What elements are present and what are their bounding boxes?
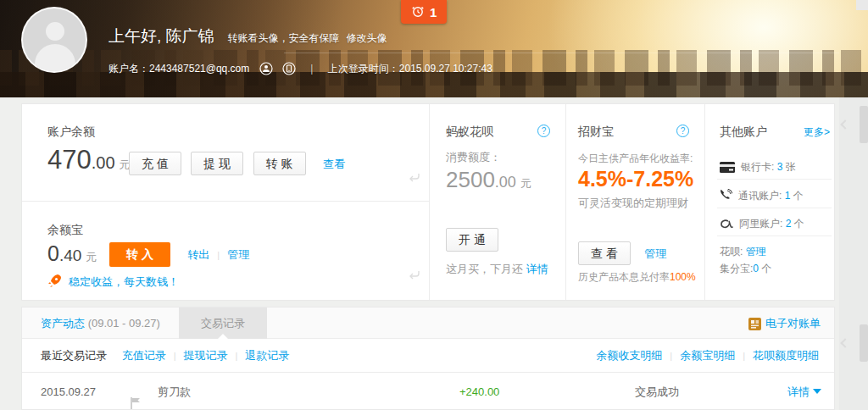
balance-title: 账户余额 bbox=[47, 125, 95, 140]
zhaocaibao-view-button[interactable]: 查 看 bbox=[578, 241, 631, 265]
header-divider bbox=[284, 53, 839, 53]
balance-view-link[interactable]: 查看 bbox=[323, 158, 345, 170]
telecom-label: 通讯账户: bbox=[738, 190, 782, 202]
profile-icon[interactable] bbox=[259, 62, 273, 78]
zhaocaibao-history-label: 历史产品本息兑付率 bbox=[578, 271, 670, 283]
yuebao-unit: 元 bbox=[86, 251, 97, 263]
header-banner: 上午好, 陈广锦转账看头像，安全有保障修改头像 账户名：2443487521@q… bbox=[0, 0, 868, 97]
tab-asset-activity[interactable]: 资产动态 (09.01 - 09.27) bbox=[41, 316, 160, 331]
last-login-label: 上次登录时间： bbox=[328, 63, 399, 75]
records-left-links: 最近交易记录 充值记录提现记录退款记录 bbox=[41, 339, 289, 373]
yuebao-slogan[interactable]: 稳定收益，每天数钱！ bbox=[69, 275, 179, 288]
huabei-desc-row: 这月买，下月还 详情 bbox=[446, 262, 548, 277]
ali-account-row[interactable]: 阿里账户: 2 个 bbox=[720, 217, 838, 232]
ali-account-unit: 个 bbox=[794, 218, 804, 230]
last-login-time: 2015.09.27 10:27:43 bbox=[399, 63, 492, 75]
transfer-out-link[interactable]: 转出 bbox=[187, 248, 209, 261]
jifenbao-unit: 个 bbox=[761, 263, 771, 274]
huabei-open-row: 开 通 bbox=[446, 228, 498, 252]
withdraw-records-link[interactable]: 提现记录 bbox=[183, 349, 227, 362]
help-icon[interactable] bbox=[537, 125, 550, 137]
notification-badge[interactable]: 1 bbox=[401, 0, 447, 24]
ali-account-label: 阿里账户: bbox=[739, 218, 782, 230]
records-header-row: 最近交易记录 充值记录提现记录退款记录 余额收支明细余额宝明细花呗额度明细 bbox=[22, 339, 834, 373]
yuebao-actions: 转 入 转出管理 bbox=[109, 242, 249, 267]
greeting-row: 上午好, 陈广锦转账看头像，安全有保障修改头像 bbox=[108, 25, 387, 47]
jifenbao-label: 集分宝: bbox=[720, 263, 753, 274]
column-divider bbox=[429, 104, 430, 300]
yuebao-manage-link[interactable]: 管理 bbox=[227, 248, 249, 261]
zhaocaibao-title: 招财宝 bbox=[578, 125, 614, 140]
bank-card-row[interactable]: 银行卡: 3 张 bbox=[720, 160, 838, 175]
alipay-account-page: 上午好, 陈广锦转账看头像，安全有保障修改头像 账户名：2443487521@q… bbox=[0, 0, 868, 410]
column-divider bbox=[565, 104, 566, 300]
link-separator bbox=[227, 349, 245, 362]
side-widget-bottom[interactable] bbox=[860, 324, 868, 362]
huabei-desc: 这月买，下月还 bbox=[446, 263, 523, 275]
greeting-text: 上午好, 陈广锦 bbox=[108, 27, 214, 45]
bank-card-label: 银行卡: bbox=[741, 161, 774, 173]
refund-records-link[interactable]: 退款记录 bbox=[245, 349, 289, 362]
huabei-detail-link[interactable]: 详情 bbox=[526, 263, 548, 275]
alarm-clock-icon bbox=[411, 4, 425, 20]
link-separator bbox=[166, 349, 184, 362]
yuebao-amount-row: 0.40元 bbox=[47, 241, 97, 266]
open-huabei-button[interactable]: 开 通 bbox=[446, 228, 498, 252]
huabei-quota-label: 消费额度： bbox=[446, 150, 501, 165]
recharge-button[interactable]: 充 值 bbox=[129, 152, 181, 175]
accounts-panel: 账户余额 470.00元 充 值 提 现 转 账 查看 余额宝 0.40元 转 … bbox=[21, 103, 835, 301]
right-side-strip bbox=[839, 97, 868, 410]
huabei-manage-row: 花呗: 管理 bbox=[720, 245, 838, 259]
chevron-left-icon bbox=[840, 338, 849, 347]
notification-count: 1 bbox=[430, 5, 437, 19]
huabei-manage-link[interactable]: 管理 bbox=[746, 246, 766, 258]
other-accounts-title: 其他账户 bbox=[720, 125, 767, 140]
zhaocaibao-rate: 4.5%-7.25% bbox=[578, 167, 693, 191]
tab-trade-records[interactable]: 交易记录 bbox=[179, 308, 267, 339]
header-separator: | bbox=[310, 63, 313, 75]
transfer-in-button[interactable]: 转 入 bbox=[109, 242, 170, 267]
yuebao-title: 余额宝 bbox=[47, 223, 83, 238]
transaction-row: 2015.09.27 剪刀款 +240.00 交易成功 详情 bbox=[22, 373, 834, 410]
huabei-amount-cents: .00 bbox=[495, 174, 516, 191]
huabei-row-label: 花呗: bbox=[720, 246, 743, 258]
row-divider bbox=[717, 208, 832, 208]
side-widget-top[interactable] bbox=[860, 106, 868, 143]
chevron-left-icon bbox=[840, 119, 849, 129]
zhaocaibao-manage-link[interactable]: 管理 bbox=[644, 247, 666, 260]
link-separator bbox=[662, 349, 680, 362]
transaction-name[interactable]: 剪刀款 bbox=[158, 373, 191, 410]
more-link[interactable]: 更多> bbox=[804, 125, 830, 140]
telecom-row[interactable]: 通讯账户: 1 个 bbox=[720, 189, 838, 204]
jifenbao-row: 集分宝:0 个 bbox=[720, 262, 838, 276]
transfer-button[interactable]: 转 账 bbox=[253, 152, 306, 175]
transaction-date: 2015.09.27 bbox=[41, 373, 96, 410]
return-arrow-icon[interactable] bbox=[405, 269, 420, 285]
bank-card-count[interactable]: 3 bbox=[777, 161, 783, 173]
recharge-records-link[interactable]: 充值记录 bbox=[122, 349, 166, 362]
row-divider bbox=[717, 179, 832, 180]
balance-amount: 470 bbox=[47, 145, 92, 175]
zhaocaibao-history-value: 100% bbox=[670, 271, 696, 283]
asset-tab-label[interactable]: 资产动态 bbox=[41, 317, 85, 330]
greeting-tip: 转账看头像，安全有保障 bbox=[228, 32, 340, 44]
balance-detail-link[interactable]: 余额收支明细 bbox=[596, 349, 662, 362]
huabei-quota-detail-link[interactable]: 花呗额度明细 bbox=[753, 349, 819, 362]
help-icon[interactable] bbox=[676, 125, 689, 137]
transaction-detail[interactable]: 详情 bbox=[787, 373, 821, 410]
change-avatar-link[interactable]: 修改头像 bbox=[347, 32, 387, 44]
yuebao-detail-link[interactable]: 余额宝明细 bbox=[680, 349, 735, 362]
corner-gray bbox=[856, 0, 868, 10]
detail-link[interactable]: 详情 bbox=[787, 385, 810, 398]
telecom-count[interactable]: 1 bbox=[785, 190, 791, 202]
bank-card-unit: 张 bbox=[786, 161, 796, 173]
mobile-icon[interactable] bbox=[282, 62, 296, 78]
return-arrow-icon[interactable] bbox=[405, 172, 420, 187]
statement-link[interactable]: 电子对账单 bbox=[765, 316, 821, 331]
jifenbao-count[interactable]: 0 bbox=[753, 263, 759, 274]
ali-account-count[interactable]: 2 bbox=[786, 218, 792, 230]
ali-icon bbox=[720, 219, 733, 232]
withdraw-button[interactable]: 提 现 bbox=[191, 152, 243, 175]
flag-icon[interactable] bbox=[131, 386, 141, 410]
avatar[interactable] bbox=[21, 7, 87, 73]
